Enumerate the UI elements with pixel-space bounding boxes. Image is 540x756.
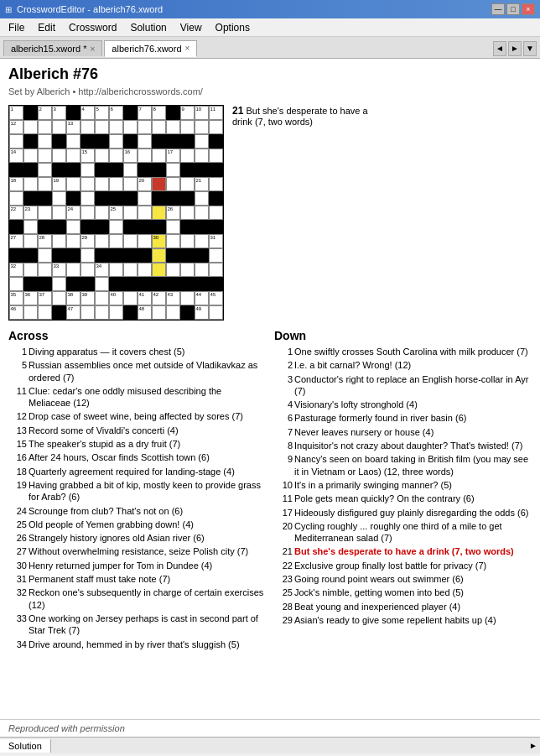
grid-cell[interactable]: 29 xyxy=(80,234,95,248)
grid-cell[interactable]: 22 xyxy=(9,206,23,220)
title-bar-controls[interactable]: — □ × xyxy=(491,3,535,15)
grid-cell[interactable] xyxy=(180,163,195,177)
grid-cell[interactable]: 12 xyxy=(9,120,23,134)
grid-cell[interactable] xyxy=(166,191,180,206)
grid-cell[interactable] xyxy=(95,134,109,149)
grid-cell[interactable]: 31 xyxy=(209,234,223,248)
grid-cell[interactable] xyxy=(80,206,95,220)
grid-cell[interactable]: 10 xyxy=(195,106,209,120)
grid-cell[interactable] xyxy=(38,263,52,277)
grid-cell[interactable] xyxy=(138,134,152,149)
grid-cell[interactable]: 6 xyxy=(109,106,123,120)
grid-cell[interactable]: 41 xyxy=(138,291,152,305)
grid-cell[interactable]: 33 xyxy=(52,263,66,277)
grid-cell[interactable]: 25 xyxy=(109,206,123,220)
grid-cell[interactable] xyxy=(38,206,52,220)
grid-cell[interactable] xyxy=(152,248,166,263)
list-item[interactable]: 32Reckon one's subsequently in charge of… xyxy=(8,587,266,611)
grid-cell[interactable] xyxy=(52,305,66,320)
grid-cell[interactable]: 38 xyxy=(66,291,80,305)
grid-cell[interactable]: 11 xyxy=(209,106,223,120)
list-item[interactable]: 5Russian assemblies once met outside of … xyxy=(8,359,266,383)
list-item[interactable]: 9Nancy's seen on board taking in British… xyxy=(274,453,532,477)
grid-cell[interactable] xyxy=(23,149,38,163)
grid-cell[interactable] xyxy=(109,277,123,291)
grid-cell[interactable]: 15 xyxy=(80,149,95,163)
list-item[interactable]: 26Strangely history ignores old Asian ri… xyxy=(8,532,266,544)
grid-cell[interactable] xyxy=(152,163,166,177)
grid-cell[interactable] xyxy=(109,220,123,234)
grid-cell[interactable] xyxy=(80,134,95,149)
list-item[interactable]: 31Permanent staff must take note (7) xyxy=(8,573,266,585)
grid-cell[interactable] xyxy=(23,234,38,248)
grid-cell[interactable] xyxy=(9,134,23,149)
grid-cell[interactable]: 30 xyxy=(152,234,166,248)
grid-cell[interactable] xyxy=(66,163,80,177)
tab-nav-right[interactable]: ► xyxy=(508,41,522,56)
grid-cell[interactable]: 27 xyxy=(9,234,23,248)
list-item[interactable]: 21But she's desperate to have a drink (7… xyxy=(274,545,532,557)
minimize-button[interactable]: — xyxy=(491,3,505,15)
grid-cell[interactable] xyxy=(138,120,152,134)
grid-cell[interactable] xyxy=(38,134,52,149)
grid-cell[interactable] xyxy=(80,191,95,206)
grid-cell[interactable]: 19 xyxy=(52,177,66,191)
grid-cell[interactable] xyxy=(80,305,95,320)
grid-cell[interactable] xyxy=(195,191,209,206)
grid-cell[interactable] xyxy=(109,149,123,163)
grid-cell[interactable] xyxy=(95,305,109,320)
grid-cell[interactable] xyxy=(138,149,152,163)
grid-cell[interactable] xyxy=(209,248,223,263)
grid-cell[interactable]: 37 xyxy=(38,291,52,305)
list-item[interactable]: 27Without overwhelming resistance, seize… xyxy=(8,545,266,557)
grid-cell[interactable] xyxy=(123,106,138,120)
grid-cell[interactable] xyxy=(80,263,95,277)
grid-cell[interactable] xyxy=(166,305,180,320)
grid-cell[interactable] xyxy=(152,120,166,134)
grid-cell[interactable] xyxy=(23,106,38,120)
grid-cell[interactable]: 14 xyxy=(9,149,23,163)
grid-cell[interactable] xyxy=(80,277,95,291)
grid-cell[interactable] xyxy=(52,134,66,149)
grid-cell[interactable] xyxy=(23,220,38,234)
grid-cell[interactable] xyxy=(109,163,123,177)
grid-cell[interactable]: 16 xyxy=(123,149,138,163)
grid-cell[interactable]: 46 xyxy=(9,305,23,320)
grid-cell[interactable] xyxy=(209,163,223,177)
grid-cell[interactable] xyxy=(209,220,223,234)
grid-cell[interactable] xyxy=(195,149,209,163)
grid-cell[interactable] xyxy=(66,106,80,120)
grid-cell[interactable]: 7 xyxy=(138,106,152,120)
grid-cell[interactable] xyxy=(109,120,123,134)
grid-cell[interactable] xyxy=(195,206,209,220)
grid-cell[interactable] xyxy=(195,220,209,234)
grid-cell[interactable]: 21 xyxy=(195,177,209,191)
grid-cell[interactable] xyxy=(138,277,152,291)
grid-cell[interactable] xyxy=(66,277,80,291)
grid-cell[interactable] xyxy=(123,120,138,134)
grid-cell[interactable] xyxy=(9,277,23,291)
grid-cell[interactable] xyxy=(109,134,123,149)
grid-cell[interactable] xyxy=(38,149,52,163)
grid-cell[interactable]: 13 xyxy=(66,120,80,134)
grid-cell[interactable] xyxy=(180,305,195,320)
grid-cell[interactable] xyxy=(23,163,38,177)
grid-cell[interactable] xyxy=(209,191,223,206)
grid-cell[interactable] xyxy=(209,277,223,291)
grid-cell[interactable] xyxy=(138,206,152,220)
grid-cell[interactable] xyxy=(52,291,66,305)
grid-cell[interactable] xyxy=(23,191,38,206)
grid-cell[interactable]: 5 xyxy=(95,106,109,120)
grid-cell[interactable] xyxy=(66,248,80,263)
scroll-right-button[interactable]: ► xyxy=(527,738,540,753)
grid-cell[interactable] xyxy=(209,206,223,220)
grid-cell[interactable] xyxy=(95,206,109,220)
grid-cell[interactable] xyxy=(38,220,52,234)
grid-cell[interactable]: 8 xyxy=(152,106,166,120)
list-item[interactable]: 8Inquisitor's not crazy about daughter? … xyxy=(274,440,532,451)
grid-cell[interactable] xyxy=(66,149,80,163)
grid-cell[interactable]: 3 xyxy=(52,106,66,120)
menu-edit[interactable]: Edit xyxy=(33,20,60,35)
grid-cell[interactable] xyxy=(180,120,195,134)
grid-cell[interactable] xyxy=(123,291,138,305)
